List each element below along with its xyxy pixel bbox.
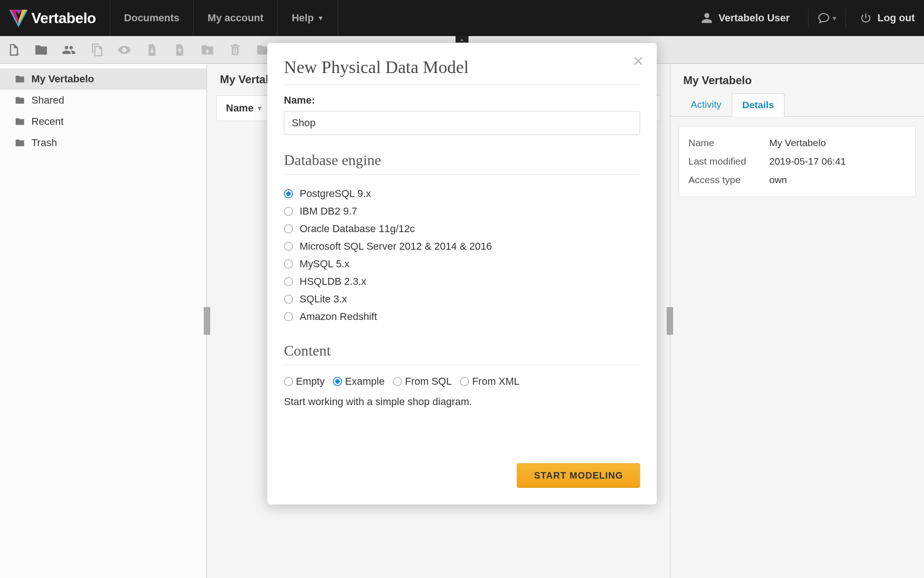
folder-recent[interactable]: Recent	[0, 111, 207, 132]
folder-shared[interactable]: Shared	[0, 90, 207, 111]
radio-label: SQLite 3.x	[300, 293, 347, 305]
right-tabs: Activity Details	[670, 93, 924, 117]
nav-item-label: Documents	[124, 12, 180, 24]
radio-label: Oracle Database 11g/12c	[300, 223, 415, 235]
nav-my-account[interactable]: My account	[193, 0, 277, 36]
engine-oracle[interactable]: Oracle Database 11g/12c	[284, 220, 640, 238]
copy-icon[interactable]	[90, 43, 103, 57]
nav-list: Documents My account Help▼	[110, 0, 338, 36]
engine-hsqldb[interactable]: HSQLDB 2.3.x	[284, 273, 640, 290]
svg-text:+: +	[43, 49, 48, 57]
folder-list: My Vertabelo Shared Recent Trash	[0, 64, 207, 154]
right-resize-handle[interactable]	[667, 307, 673, 335]
engine-redshift[interactable]: Amazon Redshift	[284, 308, 640, 326]
engine-sqlite[interactable]: SQLite 3.x	[284, 290, 640, 308]
chat-icon	[818, 12, 830, 24]
radio-icon	[460, 377, 469, 386]
right-panel: My Vertabelo Activity Details Name My Ve…	[670, 64, 924, 578]
logout-button[interactable]: Log out	[855, 12, 915, 24]
tab-details[interactable]: Details	[732, 93, 785, 117]
tab-activity[interactable]: Activity	[681, 93, 732, 116]
folder-icon	[15, 138, 25, 148]
nav-documents[interactable]: Documents	[110, 0, 194, 36]
chat-menu[interactable]: ▾	[808, 9, 846, 27]
user-menu[interactable]: Vertabelo User	[692, 12, 799, 24]
preview-icon[interactable]	[117, 43, 131, 57]
top-navbar: Vertabelo Documents My account Help▼ Ver…	[0, 0, 924, 36]
name-label: Name:	[284, 94, 640, 106]
left-resize-handle[interactable]	[204, 307, 210, 335]
radio-label: From XML	[472, 375, 520, 387]
radio-icon	[284, 207, 293, 216]
vertabelo-logo-icon	[9, 9, 28, 27]
folder-icon	[15, 96, 25, 105]
tab-label: Details	[742, 99, 774, 110]
new-document-icon[interactable]: +	[6, 43, 20, 57]
engine-radio-list: PostgreSQL 9.x IBM DB2 9.7 Oracle Databa…	[284, 185, 640, 326]
folder-label: Shared	[31, 94, 64, 106]
engine-mysql[interactable]: MySQL 5.x	[284, 255, 640, 273]
engine-db2[interactable]: IBM DB2 9.7	[284, 203, 640, 220]
radio-icon	[284, 277, 293, 286]
modal-title: New Physical Data Model	[284, 57, 640, 85]
folder-my-vertabelo[interactable]: My Vertabelo	[0, 68, 207, 90]
collapse-toolbar-handle[interactable]	[456, 36, 468, 43]
engine-mssql[interactable]: Microsoft SQL Server 2012 & 2014 & 2016	[284, 238, 640, 255]
radio-label: HSQLDB 2.3.x	[300, 276, 366, 288]
content-from-xml[interactable]: From XML	[460, 375, 520, 387]
content-example[interactable]: Example	[333, 375, 385, 387]
user-name: Vertabelo User	[718, 12, 790, 24]
right-panel-title: My Vertabelo	[670, 64, 924, 93]
power-icon	[860, 12, 872, 24]
radio-icon	[284, 377, 293, 386]
detail-row: Last modified 2019-05-17 06:41	[688, 152, 906, 171]
radio-label: Amazon Redshift	[300, 311, 377, 323]
brand-logo[interactable]: Vertabelo	[9, 9, 110, 27]
radio-icon	[284, 242, 293, 251]
modal-footer: START MODELING	[284, 463, 640, 488]
radio-icon	[284, 189, 293, 198]
radio-icon	[284, 259, 293, 269]
start-modeling-button[interactable]: START MODELING	[517, 463, 640, 488]
radio-icon	[333, 377, 342, 386]
nav-item-label: Help	[292, 12, 314, 24]
detail-label: Name	[688, 137, 769, 148]
upload-icon[interactable]	[173, 43, 187, 57]
radio-label: Example	[345, 375, 385, 387]
left-panel: My Vertabelo Shared Recent Trash	[0, 64, 207, 578]
new-model-modal: ✕ New Physical Data Model Name: Database…	[267, 43, 657, 504]
sort-caret-icon: ▼	[256, 105, 263, 112]
radio-label: IBM DB2 9.7	[300, 205, 358, 217]
folder-icon	[15, 117, 25, 126]
radio-label: Empty	[296, 375, 325, 387]
new-folder-icon[interactable]: +	[34, 43, 48, 57]
engine-postgresql[interactable]: PostgreSQL 9.x	[284, 185, 640, 203]
delete-icon[interactable]	[228, 43, 242, 57]
folder-label: Recent	[31, 116, 64, 128]
download-icon[interactable]	[145, 43, 159, 57]
close-icon[interactable]: ✕	[632, 53, 644, 69]
share-icon[interactable]	[62, 43, 76, 57]
content-empty[interactable]: Empty	[284, 375, 325, 387]
detail-label: Last modified	[688, 156, 769, 167]
detail-row: Name My Vertabelo	[688, 134, 906, 152]
radio-label: PostgreSQL 9.x	[300, 188, 371, 200]
import-folder-icon[interactable]	[201, 43, 214, 57]
nav-help[interactable]: Help▼	[277, 0, 338, 36]
folder-label: Trash	[31, 137, 57, 149]
radio-label: Microsoft SQL Server 2012 & 2014 & 2016	[300, 240, 492, 252]
nav-item-label: My account	[207, 12, 263, 24]
radio-icon	[284, 224, 293, 234]
detail-label: Access type	[688, 174, 769, 185]
details-box: Name My Vertabelo Last modified 2019-05-…	[679, 126, 916, 197]
content-from-sql[interactable]: From SQL	[393, 375, 451, 387]
nav-right: Vertabelo User ▾ Log out	[692, 9, 915, 27]
content-description: Start working with a simple shop diagram…	[284, 396, 640, 408]
folder-trash[interactable]: Trash	[0, 132, 207, 154]
radio-icon	[284, 312, 293, 321]
brand-text: Vertabelo	[31, 10, 96, 27]
model-name-input[interactable]	[284, 111, 640, 135]
logout-label: Log out	[877, 12, 915, 24]
detail-value: My Vertabelo	[769, 137, 826, 148]
caret-down-icon: ▾	[833, 14, 836, 23]
